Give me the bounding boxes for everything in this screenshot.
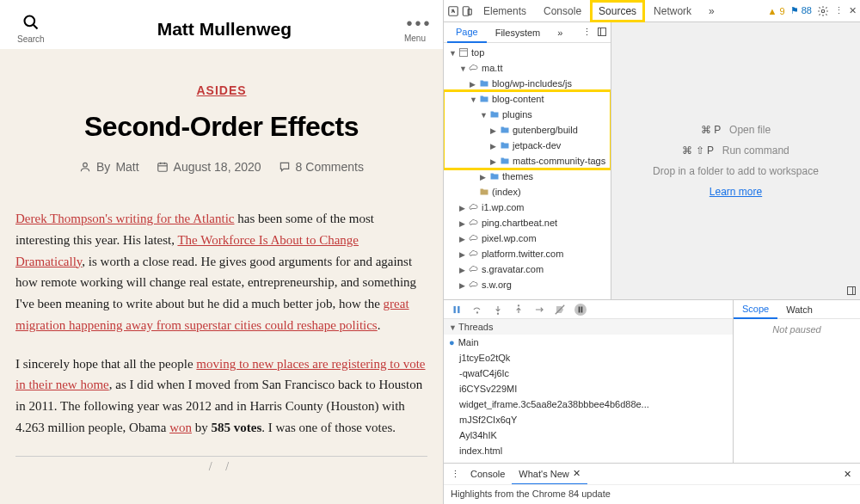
tree-index[interactable]: (index) <box>444 184 611 200</box>
expand-icon[interactable] <box>846 286 857 296</box>
step-into-icon[interactable] <box>492 304 504 316</box>
search-button[interactable]: Search <box>17 14 45 44</box>
tab-sources[interactable]: Sources <box>590 0 645 22</box>
folder-icon <box>479 78 489 89</box>
tree-gutenberg[interactable]: ▶gutenberg/build <box>444 122 611 138</box>
svg-rect-24 <box>581 306 583 312</box>
tree-domain[interactable]: ▶ping.chartbeat.net <box>444 215 611 230</box>
tree-domain[interactable]: ▶pixel.wp.com <box>444 230 611 246</box>
menu-button[interactable]: ••• Menu <box>404 15 426 43</box>
step-over-icon[interactable] <box>471 304 483 316</box>
author-prefix: By <box>96 160 110 174</box>
thread-item[interactable]: -qwafC4j6Ic <box>444 366 733 381</box>
learn-more-link[interactable]: Learn more <box>710 186 762 198</box>
cloud-icon <box>469 218 479 228</box>
svg-rect-11 <box>599 28 606 36</box>
tab-watch[interactable]: Watch <box>777 300 821 318</box>
devtools-toolbar: Elements Console Sources Network » ▲ 9 ⚑… <box>444 0 860 22</box>
tree-domain[interactable]: ▶i1.wp.com <box>444 200 611 215</box>
tab-console[interactable]: Console <box>535 0 590 22</box>
tab-scope[interactable]: Scope <box>734 300 777 319</box>
thread-item[interactable]: Ayl34hIK <box>444 427 733 443</box>
thread-item[interactable]: i6CYSv229MI <box>444 381 733 396</box>
tree-jetpack[interactable]: ▶jetpack-dev <box>444 138 611 153</box>
menu-icon: ••• <box>406 15 423 32</box>
tree-domain[interactable]: ▶s.w.org <box>444 277 611 292</box>
resume-icon[interactable] <box>451 304 463 316</box>
drawer-tab-whatsnew[interactable]: What's New✕ <box>512 464 587 485</box>
thread-item[interactable]: index.html <box>444 443 733 458</box>
folder-icon <box>500 156 510 166</box>
subtab-page[interactable]: Page <box>447 22 487 43</box>
tree-community-tags[interactable]: ▶matts-community-tags <box>444 153 611 169</box>
svg-rect-23 <box>579 306 580 312</box>
not-paused-label: Not paused <box>734 319 860 340</box>
step-icon[interactable] <box>533 304 545 316</box>
site-title[interactable]: Matt Mullenweg <box>157 19 292 40</box>
meta-comments[interactable]: 8 Comments <box>279 160 364 174</box>
drawer-close-icon[interactable]: ✕ <box>838 469 857 480</box>
cloud-icon <box>469 280 479 290</box>
drawer-tab-console[interactable]: Console <box>464 464 512 484</box>
post-area: ASIDES Second-Order Effects By Matt Augu… <box>0 49 443 504</box>
tree-wp-includes[interactable]: ▶blog/wp-includes/js <box>444 76 611 91</box>
folder-icon <box>500 125 510 135</box>
device-toggle-icon[interactable] <box>461 5 473 17</box>
workspace-hint: ⌘ P Open file ⌘ ⇧ P Run command Drop in … <box>653 120 819 202</box>
post-meta: By Matt August 18, 2020 8 Comments <box>15 160 427 174</box>
post-title: Second-Order Effects <box>15 111 427 143</box>
blog-header: Search Matt Mullenweg ••• Menu <box>0 0 443 49</box>
tree-blog-content[interactable]: ▼blog-content <box>444 91 611 107</box>
thread-main[interactable]: Main <box>444 335 733 350</box>
drawer-content: Highlights from the Chrome 84 update <box>444 484 860 502</box>
kebab-icon[interactable]: ⋮ <box>447 469 464 480</box>
tree-top[interactable]: ▼top <box>444 45 611 60</box>
svg-point-0 <box>24 16 34 27</box>
svg-rect-18 <box>458 305 459 312</box>
subtab-filesystem[interactable]: Filesystem <box>487 22 550 43</box>
inspect-icon[interactable] <box>447 5 459 17</box>
thread-item[interactable]: widget_iframe.3c5aa8e2a38bbbee4b6d88e... <box>444 396 733 412</box>
tree-plugins[interactable]: ▼plugins <box>444 107 611 122</box>
cloud-icon <box>469 264 479 274</box>
threads-section: ▼ Threads Main j1tcyEo2tQk -qwafC4j6Ic i… <box>444 319 733 463</box>
author-name: Matt <box>115 160 138 174</box>
tree-domain-matt[interactable]: ▼ma.tt <box>444 60 611 76</box>
file-tree: ▼top ▼ma.tt ▶blog/wp-includes/js ▼blog-c… <box>444 43 611 299</box>
category-link[interactable]: ASIDES <box>15 83 427 97</box>
tree-domain[interactable]: ▶platform.twitter.com <box>444 246 611 261</box>
debug-toolbar <box>444 300 733 319</box>
tree-domain[interactable]: ▶s.gravatar.com <box>444 261 611 277</box>
pause-exceptions-icon[interactable] <box>574 304 587 316</box>
link-won[interactable]: won <box>169 421 192 434</box>
person-icon <box>79 161 91 173</box>
threads-header[interactable]: ▼ Threads <box>444 319 733 335</box>
close-tab-icon[interactable]: ✕ <box>573 468 580 479</box>
link-atlantic[interactable]: Derek Thompson's writing for the Atlanti… <box>15 212 234 225</box>
thread-item[interactable]: j1tcyEo2tQk <box>444 350 733 366</box>
folder-icon <box>500 140 510 151</box>
search-icon <box>22 14 40 33</box>
tab-network[interactable]: Network <box>645 0 700 22</box>
deactivate-breakpoints-icon[interactable] <box>554 304 566 316</box>
collapse-sidebar-icon[interactable] <box>597 27 607 37</box>
kebab-icon[interactable]: ⋮ <box>582 27 592 38</box>
step-out-icon[interactable] <box>513 304 525 316</box>
thread-item[interactable]: mJSf2CIx6qY <box>444 412 733 427</box>
svg-point-10 <box>821 9 825 13</box>
svg-point-21 <box>518 304 519 305</box>
scope-tabs: Scope Watch <box>734 300 860 319</box>
kebab-icon[interactable]: ⋮ <box>834 5 844 16</box>
toolbar-right: ▲ 9 ⚑ 88 ⋮ ✕ <box>768 5 857 17</box>
tree-themes[interactable]: ▶themes <box>444 169 611 184</box>
subtabs-overflow[interactable]: » <box>549 22 571 43</box>
meta-author[interactable]: By Matt <box>79 160 139 174</box>
infos-badge[interactable]: ⚑ 88 <box>790 5 812 16</box>
close-devtools-icon[interactable]: ✕ <box>849 5 857 16</box>
tab-elements[interactable]: Elements <box>475 0 535 22</box>
vote-count-bold: 585 votes <box>211 421 261 434</box>
cloud-icon <box>469 233 479 243</box>
warnings-badge[interactable]: ▲ 9 <box>768 6 785 16</box>
gear-icon[interactable] <box>817 5 829 17</box>
tabs-overflow[interactable]: » <box>700 0 723 22</box>
